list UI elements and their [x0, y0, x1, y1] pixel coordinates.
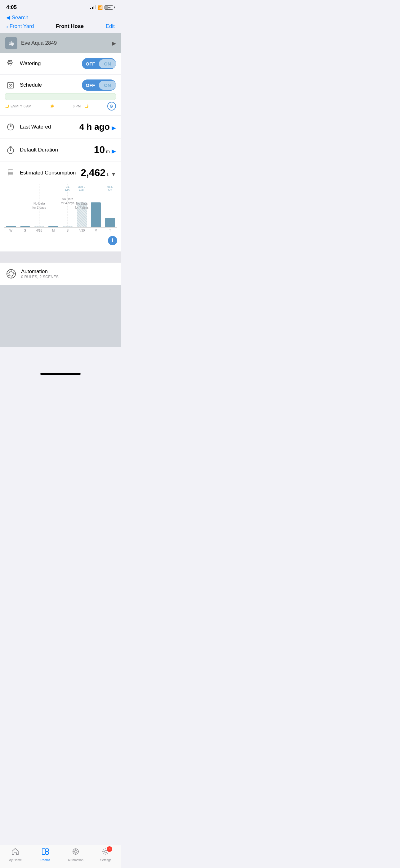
estimated-consumption-row[interactable]: Estimated Consumption 2,462 L ▼: [0, 161, 121, 184]
default-duration-chevron-icon: ▶: [112, 148, 116, 155]
chart-label-m1: M: [46, 229, 61, 232]
chart-label-416: 4/16: [32, 229, 46, 232]
timeline-bar: [5, 93, 116, 100]
chart-label-t: T: [103, 229, 117, 232]
signal-icon: [90, 6, 96, 9]
automation-title: Automation: [21, 269, 59, 275]
default-duration-label: Default Duration: [20, 147, 94, 153]
home-indicator: [40, 373, 80, 375]
default-duration-icon: [5, 144, 16, 156]
device-name: Eve Aqua 2849: [21, 40, 57, 46]
consumption-arrow-icon: ▼: [111, 172, 116, 177]
chart-col-m1: [46, 184, 61, 227]
schedule-off-option[interactable]: OFF: [82, 81, 99, 90]
moon-left-icon: 🌙: [5, 104, 9, 108]
chart-label-m2: M: [89, 229, 103, 232]
device-header[interactable]: Eve Aqua 2849 ▶: [0, 33, 121, 53]
watering-label: Watering: [20, 61, 82, 67]
schedule-timeline: 🌙 EMPTY 6 AM ☀️ 6 PM 🌙 ⚙: [0, 93, 121, 116]
battery-indicator: 40: [104, 5, 115, 10]
chart-col-s2: 9 L4/22 No Datafor 4 days: [61, 184, 75, 227]
automation-row[interactable]: Automation 0 RULES, 2 SCENES: [0, 262, 121, 285]
search-bar: ◀ Search: [0, 13, 121, 21]
device-icon: [5, 37, 18, 49]
info-button[interactable]: i: [108, 236, 117, 245]
svg-point-7: [10, 150, 11, 151]
status-bar: 4:05 📶 40: [0, 0, 121, 13]
status-time: 4:05: [6, 4, 17, 10]
chart-label-w: W: [4, 229, 18, 232]
schedule-icon: [5, 80, 16, 91]
automation-icon: [5, 268, 18, 280]
back-button[interactable]: ‹ Front Yard: [6, 23, 34, 30]
nav-bar: ‹ Front Yard Front Hose Edit: [0, 21, 121, 33]
schedule-on-option[interactable]: ON: [99, 81, 116, 90]
edit-button[interactable]: Edit: [106, 23, 115, 30]
time-left-label: 6 AM: [24, 104, 31, 108]
chart-bars: No Datafor 2 days 9 L4/22 No Datafor 4 d…: [4, 184, 117, 227]
chart-col-w: [4, 184, 18, 227]
time-right-label: 6 PM: [73, 104, 81, 108]
sun-icon: ☀️: [50, 104, 54, 108]
svg-point-1: [9, 43, 10, 44]
svg-point-10: [9, 272, 13, 276]
back-label: Front Yard: [10, 23, 34, 30]
last-watered-label: Last Watered: [20, 124, 79, 130]
svg-rect-8: [8, 170, 13, 176]
section-separator: [0, 251, 121, 262]
default-duration-value: 10 m ▶: [94, 144, 116, 156]
gray-area: [0, 285, 121, 347]
default-duration-row[interactable]: Default Duration 10 m ▶: [0, 138, 121, 161]
status-icons: 📶 40: [90, 5, 115, 10]
chart-x-labels: W S 4/16 M S 4/30 M T: [4, 227, 117, 234]
timeline-labels: 🌙 EMPTY 6 AM ☀️ 6 PM 🌙 ⚙: [5, 102, 116, 111]
search-link[interactable]: ◀ Search: [6, 14, 29, 21]
moon-right-icon: 🌙: [84, 104, 89, 108]
chart-col-s1: [18, 184, 32, 227]
last-watered-row[interactable]: Last Watered 4 h ago ▶: [0, 116, 121, 138]
schedule-settings-button[interactable]: ⚙: [107, 102, 116, 111]
consumption-icon: [5, 167, 16, 179]
consumption-chart: No Datafor 2 days 9 L4/22 No Datafor 4 d…: [0, 184, 121, 251]
schedule-label: Schedule: [20, 82, 82, 88]
estimated-consumption-label: Estimated Consumption: [20, 170, 80, 176]
watering-on-option[interactable]: ON: [99, 59, 116, 68]
estimated-consumption-value: 2,462 L ▼: [80, 167, 116, 179]
chart-label-s2: S: [61, 229, 75, 232]
aqua-icon: [7, 39, 15, 47]
chart-col-416: No Datafor 2 days: [32, 184, 46, 227]
chart-label-430: 4/30: [75, 229, 89, 232]
chart-col-430: 360 L4/30 No Datafor 7 days: [75, 184, 89, 227]
back-chevron-icon: ‹: [6, 23, 8, 30]
schedule-toggle[interactable]: OFF ON: [82, 80, 116, 91]
empty-label: EMPTY: [10, 104, 22, 108]
schedule-row: Schedule OFF ON: [0, 74, 121, 93]
chart-col-m2: [89, 184, 103, 227]
watering-toggle[interactable]: OFF ON: [82, 58, 116, 69]
automation-subtitle: 0 RULES, 2 SCENES: [21, 275, 59, 279]
watering-off-option[interactable]: OFF: [82, 59, 99, 68]
wifi-icon: 📶: [98, 5, 103, 10]
page-title: Front Hose: [56, 23, 84, 30]
last-watered-icon: [5, 121, 16, 132]
chart-label-s1: S: [18, 229, 32, 232]
chart-col-t: 96 L5/2: [103, 184, 117, 227]
last-watered-chevron-icon: ▶: [112, 124, 116, 131]
device-chevron-icon: ▶: [112, 40, 116, 46]
watering-icon: [5, 58, 16, 69]
last-watered-value: 4 h ago ▶: [79, 122, 116, 132]
watering-row: Watering OFF ON: [0, 53, 121, 74]
